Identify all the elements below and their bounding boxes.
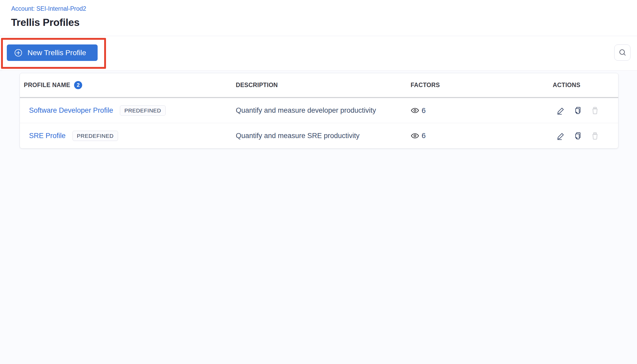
table-row: SRE Profile PREDEFINED Quantify and meas… xyxy=(20,123,618,148)
toolbar: New Trellis Profile xyxy=(0,36,637,71)
table-row: Software Developer Profile PREDEFINED Qu… xyxy=(20,98,618,123)
edit-button[interactable] xyxy=(557,132,565,140)
delete-button[interactable] xyxy=(591,106,599,115)
factors-count: 6 xyxy=(422,106,426,115)
eye-icon xyxy=(411,106,419,115)
predefined-tag: PREDEFINED xyxy=(120,105,165,116)
profile-name-header: PROFILE NAME xyxy=(24,82,70,89)
copy-button[interactable] xyxy=(574,106,582,115)
copy-button[interactable] xyxy=(574,132,582,140)
profile-description: Quantify and measure developer productiv… xyxy=(236,106,411,115)
trellis-profiles-page: { "page": { "breadcrumb": "Account: SEI-… xyxy=(0,0,637,364)
plus-circle-icon xyxy=(14,48,23,57)
predefined-tag: PREDEFINED xyxy=(72,131,118,141)
description-header: DESCRIPTION xyxy=(236,82,411,89)
new-trellis-profile-button[interactable]: New Trellis Profile xyxy=(7,44,98,61)
factors-count: 6 xyxy=(422,132,426,140)
profile-description: Quantify and measure SRE productivity xyxy=(236,132,411,140)
delete-button[interactable] xyxy=(591,132,599,140)
content-area: PROFILE NAME 2 DESCRIPTION FACTORS ACTIO… xyxy=(0,71,637,364)
edit-button[interactable] xyxy=(557,106,565,115)
search-icon xyxy=(618,48,627,57)
new-trellis-profile-button-label: New Trellis Profile xyxy=(27,49,86,57)
page-title: Trellis Profiles xyxy=(11,17,80,28)
page-header: Account: SEI-Internal-Prod2 Trellis Prof… xyxy=(0,0,637,36)
profile-count-badge: 2 xyxy=(74,81,82,89)
breadcrumb-account-link[interactable]: Account: SEI-Internal-Prod2 xyxy=(11,5,86,12)
eye-icon xyxy=(411,132,419,140)
factors-header: FACTORS xyxy=(411,82,531,89)
profiles-table: PROFILE NAME 2 DESCRIPTION FACTORS ACTIO… xyxy=(20,73,618,149)
search-button[interactable] xyxy=(614,44,630,61)
profile-link[interactable]: Software Developer Profile xyxy=(29,106,113,115)
profile-link[interactable]: SRE Profile xyxy=(29,132,66,140)
table-header-row: PROFILE NAME 2 DESCRIPTION FACTORS ACTIO… xyxy=(20,73,618,98)
actions-header: ACTIONS xyxy=(531,82,618,89)
